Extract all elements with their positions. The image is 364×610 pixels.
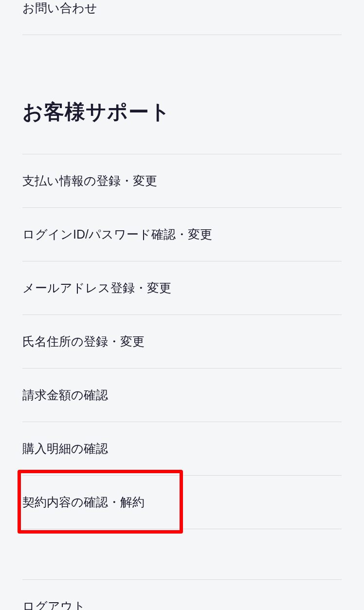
logout-link[interactable]: ログアウト xyxy=(22,580,342,610)
name-address-link[interactable]: 氏名住所の登録・変更 xyxy=(22,315,342,369)
contract-cancel-label: 契約内容の確認・解約 xyxy=(22,495,145,509)
purchase-details-link[interactable]: 購入明細の確認 xyxy=(22,422,342,476)
payment-info-link[interactable]: 支払い情報の登録・変更 xyxy=(22,154,342,208)
contact-link[interactable]: お問い合わせ xyxy=(22,0,342,35)
support-heading: お客様サポート xyxy=(22,35,342,154)
contract-cancel-link[interactable]: 契約内容の確認・解約 xyxy=(22,476,342,529)
spacer xyxy=(22,529,342,580)
login-password-link[interactable]: ログインID/パスワード確認・変更 xyxy=(22,208,342,261)
billing-link[interactable]: 請求金額の確認 xyxy=(22,369,342,422)
email-link[interactable]: メールアドレス登録・変更 xyxy=(22,261,342,315)
